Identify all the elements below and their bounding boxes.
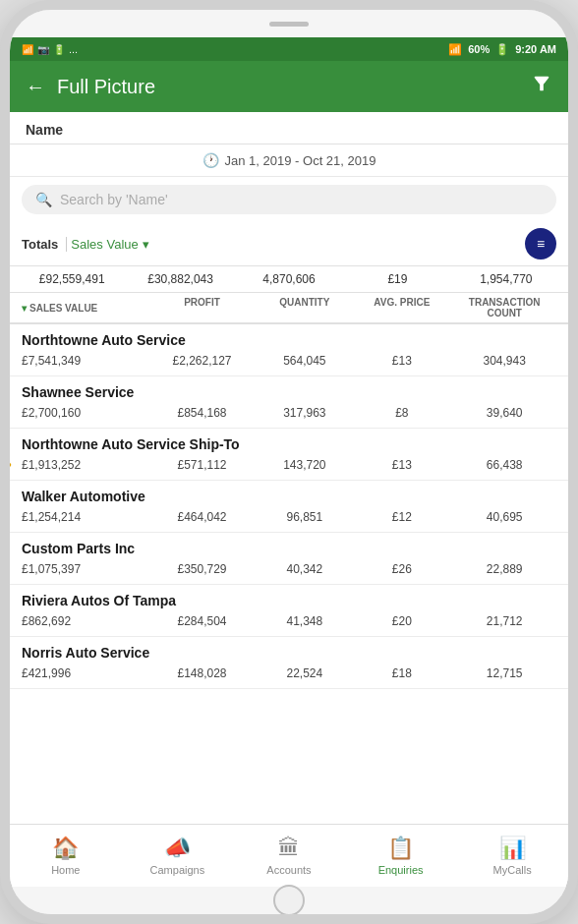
speaker (269, 22, 309, 27)
enquiries-icon: 📋 (387, 836, 414, 861)
hamburger-icon: ≡ (537, 236, 545, 252)
total-avg-price: £19 (347, 272, 447, 286)
home-circle-button[interactable] (273, 885, 305, 916)
account-tx-count: 39,640 (452, 406, 556, 420)
account-profit: £2,262,127 (150, 354, 255, 368)
sales-value-dropdown[interactable]: Sales Value ▾ (71, 237, 148, 252)
status-time: 9:20 AM (515, 43, 556, 55)
filter-icon[interactable] (531, 73, 552, 100)
status-dots: ... (69, 43, 78, 55)
nav-campaigns[interactable]: 📣 Campaigns (122, 825, 234, 887)
camera-icon: 📷 (37, 44, 49, 55)
account-block[interactable]: Riviera Autos Of Tampa £862,692 £284,504… (10, 585, 568, 637)
accounts-icon: 🏛 (278, 836, 300, 861)
account-block[interactable]: Northtowne Auto Service Ship-To £1,913,2… (10, 429, 568, 481)
account-profit: £464,042 (150, 510, 255, 524)
account-block[interactable]: Shawnee Service £2,700,160 £854,168 317,… (10, 376, 568, 429)
account-tx-count: 22,889 (452, 562, 556, 576)
signal-icon: 📶 (22, 44, 33, 55)
total-profit: £30,882,043 (130, 272, 230, 286)
account-quantity: 564,045 (258, 354, 351, 368)
account-avg-price: £13 (355, 354, 448, 368)
totals-label: Totals (22, 237, 67, 252)
account-quantity: 143,720 (258, 458, 351, 472)
total-tx-count: 1,954,770 (456, 272, 556, 286)
account-tx-count: 66,438 (452, 458, 556, 472)
chevron-down-icon: ▾ (143, 237, 149, 252)
page-title: Full Picture (57, 76, 531, 98)
account-tx-count: 12,715 (452, 666, 556, 680)
nav-accounts[interactable]: 🏛 Accounts (233, 825, 345, 887)
account-name: Riviera Autos Of Tampa (10, 585, 568, 610)
account-block[interactable]: Custom Parts Inc £1,075,397 £350,729 40,… (10, 533, 568, 585)
account-quantity: 40,342 (258, 562, 351, 576)
account-profit: £284,504 (150, 614, 255, 628)
total-quantity: 4,870,606 (239, 272, 339, 286)
wifi-icon: 📶 (448, 43, 462, 56)
account-avg-price: £13 (355, 458, 448, 472)
account-avg-price: £12 (355, 510, 448, 524)
status-left: 📶 📷 🔋 ... (22, 43, 78, 55)
account-sales: £1,913,252 (22, 458, 146, 472)
account-quantity: 22,524 (258, 666, 351, 680)
account-avg-price: £20 (355, 614, 448, 628)
col-header-quantity: Quantity (258, 297, 351, 318)
nav-mycalls-label: MyCalls (493, 864, 532, 876)
date-range[interactable]: 🕐 Jan 1, 2019 - Oct 21, 2019 (10, 144, 568, 177)
account-block[interactable]: Norris Auto Service £421,996 £148,028 22… (10, 637, 568, 689)
column-headers: ▾ Sales Value Profit Quantity Avg. Price… (10, 293, 568, 324)
account-profit: £854,168 (150, 406, 255, 420)
mycalls-icon: 📊 (499, 836, 526, 861)
search-input[interactable]: Search by 'Name' (60, 192, 168, 207)
menu-button[interactable]: ≡ (525, 228, 556, 260)
nav-accounts-label: Accounts (266, 864, 311, 876)
account-avg-price: £18 (355, 666, 448, 680)
nav-home-label: Home (51, 864, 80, 876)
account-block[interactable]: Walker Automotive £1,254,214 £464,042 96… (10, 481, 568, 533)
account-sales: £2,700,160 (22, 406, 146, 420)
status-right: 📶 60% 🔋 9:20 AM (448, 43, 556, 56)
account-sales: £1,075,397 (22, 562, 146, 576)
sort-arrow-icon: ▾ (22, 303, 27, 314)
totals-bar: Totals Sales Value ▾ ≡ (10, 222, 568, 266)
account-values-row: £1,075,397 £350,729 40,342 £26 22,889 (10, 558, 568, 584)
account-tx-count: 40,695 (452, 510, 556, 524)
main-content: Name 🕐 Jan 1, 2019 - Oct 21, 2019 🔍 Sear… (10, 112, 568, 824)
back-button[interactable]: ← (26, 76, 45, 98)
account-avg-price: £8 (355, 406, 448, 420)
account-avg-price: £26 (355, 562, 448, 576)
account-values-row: £2,700,160 £854,168 317,963 £8 39,640 (10, 402, 568, 428)
col-header-tx-count: Transaction Count (452, 297, 556, 318)
section-label: Name (10, 112, 568, 144)
nav-mycalls[interactable]: 📊 MyCalls (456, 825, 568, 887)
account-tx-count: 304,943 (452, 354, 556, 368)
device-top (10, 10, 568, 37)
account-name: Northtowne Auto Service Ship-To (10, 429, 568, 454)
account-name: Northtowne Auto Service (10, 324, 568, 350)
search-icon: 🔍 (35, 192, 52, 207)
account-name: Shawnee Service (10, 376, 568, 402)
swipe-arrow[interactable]: › (2, 444, 13, 481)
battery-percent: 60% (468, 43, 490, 55)
nav-home[interactable]: 🏠 Home (10, 825, 122, 887)
account-sales: £1,254,214 (22, 510, 146, 524)
battery-icon: 🔋 (53, 44, 65, 55)
nav-campaigns-label: Campaigns (150, 864, 205, 876)
account-sales: £862,692 (22, 614, 146, 628)
nav-enquiries[interactable]: 📋 Enquiries (345, 825, 457, 887)
totals-left: Totals Sales Value ▾ (22, 237, 149, 252)
totals-values-row: £92,559,491 £30,882,043 4,870,606 £19 1,… (10, 266, 568, 293)
account-quantity: 96,851 (258, 510, 351, 524)
home-button-area (10, 887, 568, 914)
col-header-sales[interactable]: ▾ Sales Value (22, 297, 146, 318)
account-block[interactable]: Northtowne Auto Service £7,541,349 £2,26… (10, 324, 568, 376)
account-profit: £148,028 (150, 666, 255, 680)
dropdown-label: Sales Value (71, 237, 138, 252)
battery-icon2: 🔋 (495, 43, 509, 56)
clock-icon: 🕐 (202, 152, 219, 168)
account-sales: £421,996 (22, 666, 146, 680)
campaigns-icon: 📣 (164, 836, 191, 861)
search-bar[interactable]: 🔍 Search by 'Name' (22, 185, 556, 214)
screen: 📶 📷 🔋 ... 📶 60% 🔋 9:20 AM ← Full Picture… (10, 37, 568, 887)
account-tx-count: 21,712 (452, 614, 556, 628)
